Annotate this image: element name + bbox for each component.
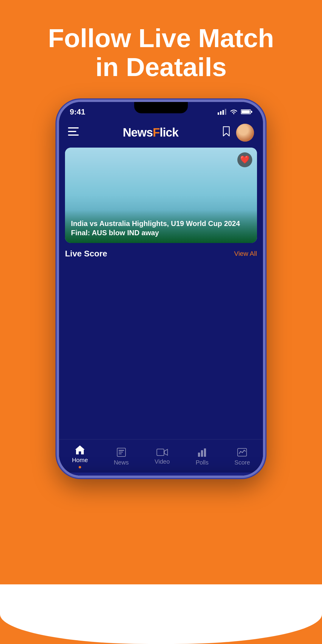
video-icon bbox=[157, 448, 168, 456]
bottom-nav: Home News V bbox=[59, 439, 263, 476]
svg-point-4 bbox=[233, 113, 234, 114]
menu-icon[interactable] bbox=[68, 127, 79, 138]
phone-wrapper: 9:41 bbox=[0, 100, 322, 478]
svg-rect-10 bbox=[68, 134, 79, 136]
status-icons bbox=[218, 109, 252, 115]
nav-home-label: Home bbox=[72, 457, 88, 464]
svg-rect-63 bbox=[119, 452, 123, 453]
svg-rect-67 bbox=[201, 450, 203, 457]
nav-active-dot bbox=[79, 466, 81, 468]
avatar[interactable] bbox=[236, 124, 254, 142]
svg-rect-68 bbox=[204, 448, 206, 457]
news-image: MS ❤️ India vs Australia Highlights, U19… bbox=[65, 148, 257, 243]
news-card[interactable]: MS ❤️ India vs Australia Highlights, U19… bbox=[65, 148, 257, 243]
phone-notch bbox=[134, 102, 188, 113]
nav-video[interactable]: Video bbox=[154, 448, 170, 465]
battery-icon bbox=[241, 109, 252, 115]
nav-score-label: Score bbox=[234, 459, 250, 466]
hero-line1: Follow Live Match bbox=[48, 23, 274, 53]
live-score-card: LIVE IND 176/6* bbox=[57, 473, 265, 478]
logo-accent: F bbox=[153, 126, 160, 139]
section-title: Live Score bbox=[65, 249, 107, 258]
svg-rect-65 bbox=[157, 449, 164, 456]
status-time: 9:41 bbox=[70, 107, 85, 117]
polls-icon bbox=[197, 447, 207, 457]
nav-video-label: Video bbox=[154, 458, 170, 465]
svg-rect-2 bbox=[222, 110, 224, 115]
heart-badge[interactable]: ❤️ bbox=[237, 152, 252, 167]
svg-rect-8 bbox=[68, 127, 79, 129]
svg-rect-66 bbox=[198, 453, 200, 457]
view-all-link[interactable]: View All bbox=[234, 250, 257, 258]
app-header: NewsFlick bbox=[59, 119, 263, 148]
svg-rect-64 bbox=[119, 453, 122, 454]
wifi-icon bbox=[230, 109, 238, 115]
svg-rect-62 bbox=[119, 450, 124, 451]
hero-section: Follow Live Match in Deatails bbox=[0, 0, 322, 100]
white-base bbox=[0, 584, 322, 644]
phone-screen: MS ❤️ India vs Australia Highlights, U19… bbox=[59, 148, 263, 476]
nav-news[interactable]: News bbox=[114, 447, 129, 466]
hero-line2: in Deatails bbox=[95, 52, 227, 82]
svg-rect-0 bbox=[218, 112, 219, 115]
score-icon bbox=[237, 447, 247, 457]
bookmark-icon[interactable] bbox=[222, 126, 230, 139]
header-right bbox=[222, 124, 254, 142]
svg-rect-9 bbox=[68, 131, 76, 132]
nav-polls-label: Polls bbox=[196, 459, 208, 466]
nav-score[interactable]: Score bbox=[234, 447, 250, 466]
nav-news-label: News bbox=[114, 459, 129, 466]
nav-polls[interactable]: Polls bbox=[196, 447, 208, 466]
signal-icon bbox=[218, 109, 227, 115]
svg-rect-3 bbox=[225, 109, 226, 115]
nav-home[interactable]: Home bbox=[72, 445, 88, 468]
svg-rect-1 bbox=[220, 111, 222, 115]
news-icon bbox=[116, 447, 126, 457]
phone-frame: 9:41 bbox=[57, 100, 265, 478]
home-icon bbox=[75, 445, 85, 455]
news-caption: India vs Australia Highlights, U19 World… bbox=[65, 210, 257, 243]
svg-rect-6 bbox=[242, 110, 250, 113]
svg-rect-7 bbox=[251, 111, 252, 113]
app-logo: NewsFlick bbox=[123, 126, 179, 139]
section-header: Live Score View All bbox=[65, 243, 257, 261]
news-content: MS ❤️ India vs Australia Highlights, U19… bbox=[59, 148, 263, 267]
